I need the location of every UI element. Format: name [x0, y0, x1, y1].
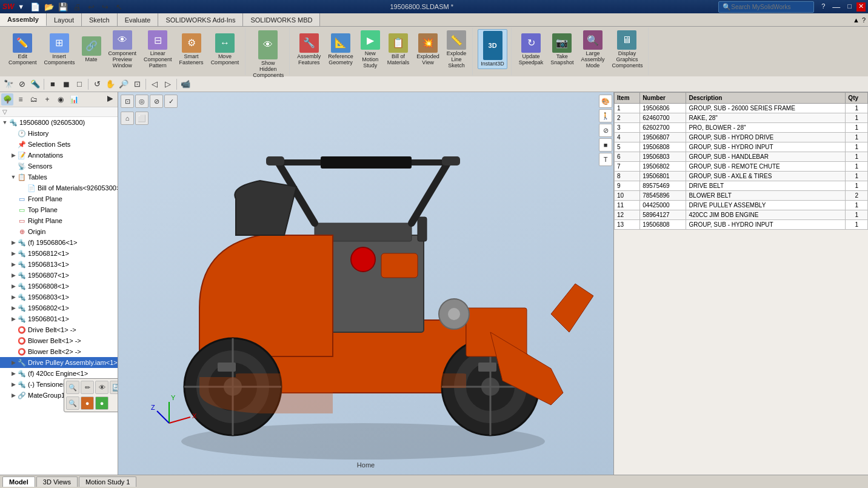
ft-arrow-btn[interactable]: ⯈ — [104, 93, 116, 105]
tree-item-19506806[interactable]: ▶ 🔩 (f) 19506806<1> — [0, 237, 118, 248]
expand-sensors[interactable] — [10, 162, 17, 170]
tab-model[interactable]: Model — [2, 476, 35, 487]
tree-item-sensors[interactable]: 📡 Sensors — [0, 161, 118, 172]
bom-row-3[interactable]: 362602700PRO, BLOWER - 28"1 — [615, 123, 868, 133]
bom-row-5[interactable]: 519506808GROUP, SUB - HYDRO INPUT1 — [615, 142, 868, 152]
ctx-change-btn[interactable]: 🔄 — [110, 381, 118, 394]
expand-top[interactable] — [10, 206, 17, 213]
update-speedpak-btn[interactable]: ↻ UpdateSpeedpak — [516, 32, 546, 67]
search-input[interactable] — [731, 4, 810, 10]
bom-row-10[interactable]: 1078545896BLOWER BELT2 — [615, 191, 868, 201]
new-btn[interactable]: 📄 — [29, 1, 41, 13]
vp-ok-btn[interactable]: ✓ — [164, 95, 178, 108]
bom-row-12[interactable]: 1258964127420CC JIM BOB ENGINE1 — [615, 210, 868, 220]
sel-btn[interactable]: ↖ — [113, 1, 125, 13]
help-icon[interactable]: ? — [819, 2, 827, 12]
tab-sketch[interactable]: Sketch — [82, 13, 118, 26]
ribbon-collapse-icon[interactable]: ▲ — [853, 16, 860, 24]
expand-19506807[interactable]: ▶ — [10, 272, 17, 279]
expand-selection[interactable] — [10, 141, 17, 148]
bom-row-8[interactable]: 819506801GROUP, SUB - AXLE & TIRES1 — [615, 172, 868, 181]
undo-btn[interactable]: ↩ — [85, 1, 97, 13]
vp-home-btn[interactable]: ⌂ — [121, 112, 134, 125]
expand-root[interactable]: ▼ — [1, 119, 8, 126]
tab-layout[interactable]: Layout — [47, 13, 82, 26]
expand-mategroup[interactable]: ▶ — [10, 392, 17, 399]
linear-pattern-btn[interactable]: ⊟ LinearComponentPattern — [141, 29, 175, 70]
vp-zoom-btn[interactable]: ⬜ — [135, 112, 149, 125]
maximize-btn[interactable]: □ — [845, 2, 854, 12]
expand-19506802[interactable]: ▶ — [10, 304, 17, 312]
edit-component-btn[interactable]: ✏️ EditComponent — [6, 32, 39, 67]
view-section-btn[interactable]: ⊘ — [16, 78, 28, 90]
bom-btn[interactable]: 📋 Bill ofMaterials — [385, 32, 412, 67]
next-view-btn[interactable]: ▷ — [162, 78, 174, 90]
expand-19506803[interactable]: ▶ — [10, 293, 17, 301]
ft-config-btn[interactable]: 🗂 — [28, 93, 40, 105]
expand-tensioner[interactable]: ▶ — [10, 381, 17, 388]
view-fit-btn[interactable]: ⊡ — [131, 78, 143, 90]
expand-right[interactable] — [10, 217, 17, 224]
expand-history[interactable] — [10, 130, 17, 137]
ft-props-btn[interactable]: ≡ — [15, 93, 27, 105]
expand-drive-pulley[interactable]: ▶ — [10, 359, 17, 366]
expand-drive-belt[interactable] — [10, 326, 17, 333]
close-btn[interactable]: ✕ — [856, 2, 866, 12]
tree-item-right-plane[interactable]: ▭ Right Plane — [0, 215, 118, 226]
tree-item-root[interactable]: ▼ 🔩 19506800 (92605300) — [0, 117, 118, 128]
vp-appearance-btn[interactable]: 🎨 — [599, 95, 612, 108]
tree-item-19506801[interactable]: ▶ 🔩 19506801<1> — [0, 313, 118, 324]
bom-row-13[interactable]: 1319506808GROUP, SUB - HYDRO INPUT1 — [615, 220, 868, 230]
take-snapshot-btn[interactable]: 📷 TakeSnapshot — [548, 32, 576, 67]
shading-btn[interactable]: ◼ — [60, 78, 72, 90]
view-orientation-btn[interactable]: 🔭 — [2, 78, 15, 90]
tab-addins[interactable]: SOLIDWORKS Add-Ins — [158, 13, 243, 26]
tree-item-19506813[interactable]: ▶ 🔩 19506813<1> — [0, 259, 118, 270]
view-rotate-btn[interactable]: ↺ — [91, 78, 103, 90]
expand-420cc[interactable]: ▶ — [10, 370, 17, 377]
vp-walk-btn[interactable]: 🚶 — [599, 109, 612, 122]
expand-annotations[interactable]: ▶ — [10, 152, 17, 159]
expand-tables[interactable]: ▼ — [10, 173, 17, 181]
expand-blower-belt1[interactable] — [10, 337, 17, 344]
camera-btn[interactable]: 📹 — [179, 78, 192, 90]
viewport[interactable]: ⊡ ◎ ⊘ ✓ ⌂ ⬜ — [118, 92, 613, 475]
reference-geometry-btn[interactable]: 📐 ReferenceGeometry — [326, 32, 356, 67]
vp-orient2-btn[interactable]: ◎ — [135, 95, 149, 108]
tree-item-19506807[interactable]: ▶ 🔩 19506807<1> — [0, 270, 118, 281]
tree-item-drive-pulley[interactable]: ▶ 🔧 Drive Pulley Assembly.iam<1> — [0, 357, 118, 368]
ctx-orange-btn[interactable]: ● — [81, 396, 94, 410]
tab-mbd[interactable]: SOLIDWORKS MBD — [243, 13, 320, 26]
ctx-search-btn[interactable]: 🔍 — [66, 396, 79, 410]
bom-row-9[interactable]: 989575469DRIVE BELT1 — [615, 181, 868, 191]
tree-item-420cc[interactable]: ▶ 🔩 (f) 420cc Engine<1> — [0, 368, 118, 379]
view-hide-btn[interactable]: 🔦 — [29, 78, 41, 90]
bom-row-1[interactable]: 119506806GROUP, SUB - 26000 SERIES FRAME… — [615, 104, 868, 113]
display-style-btn[interactable]: ■ — [47, 78, 59, 90]
exploded-view-btn[interactable]: 💥 ExplodedView — [414, 32, 442, 67]
ft-tree-btn[interactable]: 🌳 — [1, 93, 13, 105]
expand-19506808[interactable]: ▶ — [10, 282, 17, 290]
ctx-zoom-btn[interactable]: 🔍 — [66, 381, 79, 394]
ft-display-btn[interactable]: + — [41, 93, 53, 105]
prev-view-btn[interactable]: ◁ — [149, 78, 161, 90]
show-hidden-btn[interactable]: 👁 ShowHiddenComponents — [250, 29, 285, 80]
tree-item-19506808[interactable]: ▶ 🔩 19506808<1> — [0, 281, 118, 292]
expand-bom[interactable] — [19, 184, 27, 192]
bom-row-6[interactable]: 619506803GROUP, SUB - HANDLEBAR1 — [615, 152, 868, 162]
tree-item-bom[interactable]: 📄 Bill of Materials<92605300> — [0, 182, 118, 193]
vp-color-btn[interactable]: ■ — [599, 138, 612, 152]
ft-appear-btn[interactable]: ◉ — [55, 93, 67, 105]
tree-item-origin[interactable]: ⊕ Origin — [0, 226, 118, 237]
component-preview-btn[interactable]: 👁 ComponentPreviewWindow — [106, 29, 139, 70]
mate-btn[interactable]: 🔗 Mate — [79, 35, 104, 64]
instant3d-btn[interactable]: 3D Instant3D — [478, 29, 507, 69]
tab-evaluate[interactable]: Evaluate — [118, 13, 159, 26]
tree-item-tables[interactable]: ▼ 📋 Tables — [0, 172, 118, 182]
minimize-btn[interactable]: — — [830, 2, 843, 12]
redo-btn[interactable]: ↪ — [99, 1, 111, 13]
edges-btn[interactable]: □ — [73, 78, 85, 90]
bom-row-7[interactable]: 719506802GROUP, SUB - REMOTE CHUTE1 — [615, 162, 868, 172]
ctx-green-btn[interactable]: ● — [95, 396, 109, 410]
tree-item-19506803[interactable]: ▶ 🔩 19506803<1> — [0, 292, 118, 302]
